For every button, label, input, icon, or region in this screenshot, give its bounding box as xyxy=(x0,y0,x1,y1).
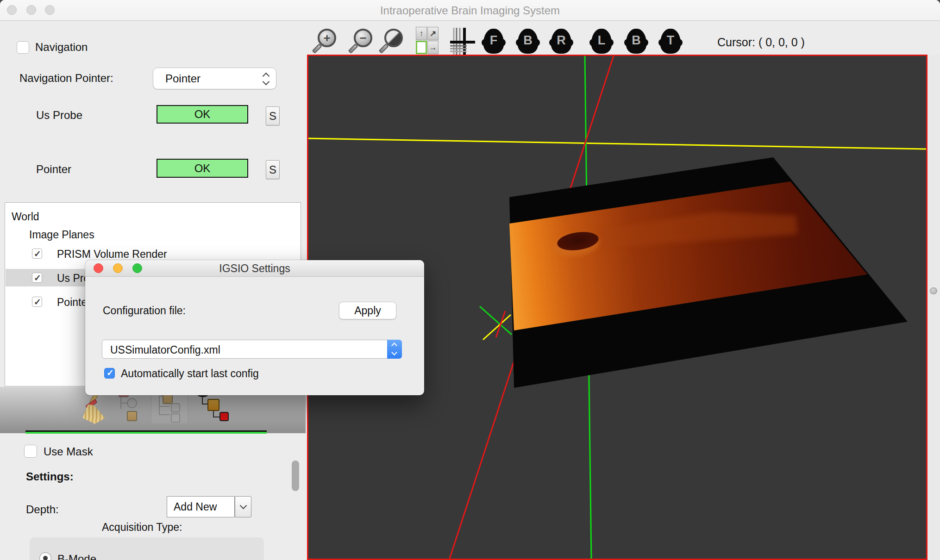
depth-label: Depth: xyxy=(26,503,59,516)
us-probe-status-badge: OK xyxy=(157,105,248,124)
igsio-settings-dialog: IGSIO Settings Configuration file: Apply… xyxy=(85,260,424,395)
navigation-pointer-select[interactable]: Pointer xyxy=(153,68,276,89)
pan-arrow-pad-icon[interactable]: ↑ ↗ → xyxy=(416,27,439,55)
arrow-up-icon[interactable]: ↑ xyxy=(416,27,427,40)
check-icon: ✓ xyxy=(107,367,114,378)
depth-combobox[interactable]: Add New xyxy=(167,496,235,517)
magnifier-handle xyxy=(312,44,322,54)
chevron-down-icon xyxy=(240,502,247,510)
orientation-right-icon[interactable]: R xyxy=(551,29,571,54)
config-file-combobox[interactable]: USSimulatorConfig.xml xyxy=(102,340,401,359)
main-window: Intraoperative Brain Imaging System + − … xyxy=(0,0,940,560)
orientation-left-icon[interactable]: L xyxy=(591,29,612,54)
tree-root-world[interactable]: World xyxy=(12,211,39,223)
arrow-right-icon[interactable]: → xyxy=(427,41,439,54)
zoom-fit-icon[interactable] xyxy=(382,29,404,54)
orientation-front-icon[interactable]: F xyxy=(483,29,504,54)
window-titlebar: Intraoperative Brain Imaging System xyxy=(0,0,940,21)
magnifier-handle xyxy=(379,44,389,54)
use-mask-checkbox[interactable] xyxy=(24,445,37,458)
dialog-titlebar[interactable]: IGSIO Settings xyxy=(85,260,424,277)
pointer-label: Pointer xyxy=(36,163,71,176)
tree-group-image-planes[interactable]: Image Planes xyxy=(29,229,94,241)
navigation-pointer-label: Navigation Pointer: xyxy=(19,72,113,85)
orientation-top-icon[interactable]: T xyxy=(660,29,681,54)
cursor-coordinates: Cursor: ( 0, 0, 0 ) xyxy=(717,36,805,49)
pointer-status-badge: OK xyxy=(157,159,248,178)
pipeline-source-icon[interactable] xyxy=(117,393,143,423)
check-icon: ✓ xyxy=(34,273,41,283)
navigation-checkbox[interactable] xyxy=(17,41,29,54)
chevron-up-icon xyxy=(391,342,397,348)
auto-start-checkbox[interactable]: ✓ xyxy=(104,368,115,379)
b-mode-radio[interactable] xyxy=(39,552,51,560)
zoom-in-icon[interactable]: + xyxy=(315,29,337,54)
dialog-title: IGSIO Settings xyxy=(85,262,424,275)
config-file-value: USSimulatorConfig.xml xyxy=(110,344,220,356)
blank-cell-icon[interactable] xyxy=(416,41,427,54)
zoom-out-icon[interactable]: − xyxy=(351,29,373,54)
splitter-handle[interactable] xyxy=(930,287,937,294)
depth-dropdown-button[interactable] xyxy=(235,496,251,517)
window-title: Intraoperative Brain Imaging System xyxy=(0,4,940,17)
chevron-down-icon xyxy=(263,78,270,86)
settings-heading: Settings: xyxy=(26,470,74,483)
orientation-bottom-icon[interactable]: B xyxy=(626,29,646,54)
pipeline-branch-icon[interactable] xyxy=(151,392,188,424)
panel-scrollbar-thumb[interactable] xyxy=(292,460,299,491)
apply-button[interactable]: Apply xyxy=(339,302,396,319)
navigation-label: Navigation xyxy=(35,41,88,54)
depth-value: Add New xyxy=(174,501,217,513)
b-mode-label: B-Mode xyxy=(57,553,96,560)
combo-stepper[interactable] xyxy=(387,340,402,359)
probe-axis-red xyxy=(496,311,505,337)
magnifier-handle xyxy=(348,44,358,54)
us-probe-s-button[interactable]: S xyxy=(266,106,280,125)
acquisition-type-label: Acquisition Type: xyxy=(102,521,182,534)
clear-broom-icon[interactable] xyxy=(78,392,111,427)
reformat-grid-icon[interactable] xyxy=(450,28,475,55)
navigation-pointer-value: Pointer xyxy=(165,72,201,85)
tree-item-label: PRISM Volume Render xyxy=(57,248,167,261)
progress-bar-fill xyxy=(25,432,267,434)
plus-glyph: + xyxy=(320,31,334,45)
minus-glyph: − xyxy=(356,31,370,45)
viewport-side-gutter xyxy=(929,55,940,560)
orientation-back-icon[interactable]: B xyxy=(518,29,538,54)
pipeline-output-icon[interactable] xyxy=(194,392,230,423)
acquisition-type-group: B-Mode xyxy=(30,537,264,560)
axial-slice-line xyxy=(308,138,926,149)
pointer-s-button[interactable]: S xyxy=(266,160,280,179)
check-icon: ✓ xyxy=(34,297,41,307)
chevron-down-icon xyxy=(391,349,397,355)
probe-axis-green xyxy=(480,306,512,335)
check-icon: ✓ xyxy=(34,249,41,259)
us-probe-label: Us Probe xyxy=(36,109,82,122)
arrow-diagonal-icon[interactable]: ↗ xyxy=(427,27,439,40)
configuration-file-label: Configuration file: xyxy=(103,305,186,317)
auto-start-label: Automatically start last config xyxy=(121,367,259,380)
use-mask-label: Use Mask xyxy=(44,445,93,458)
